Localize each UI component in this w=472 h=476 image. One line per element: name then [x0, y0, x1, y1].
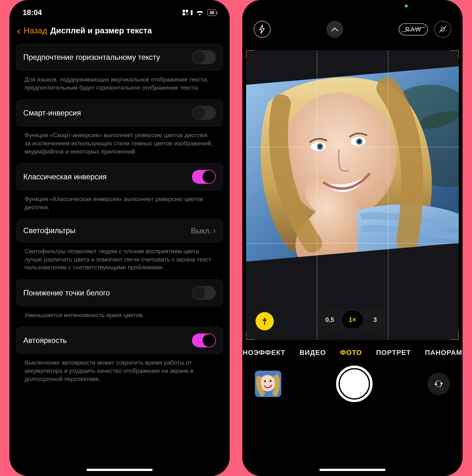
chevron-right-icon: › [213, 226, 216, 236]
frame-corner-icon [246, 332, 254, 340]
shutter-button[interactable] [336, 366, 373, 402]
flip-camera-button[interactable] [427, 372, 450, 395]
mode-photo[interactable]: ФОТО [340, 349, 362, 357]
row-value: Выкл. [191, 227, 211, 235]
row-label: Светофильтры [23, 226, 76, 236]
row-color-filters[interactable]: Светофильтры Выкл. › [16, 219, 223, 243]
frame-corner-icon [246, 50, 254, 59]
zoom-option-0_5x[interactable]: 0,5 [319, 311, 340, 328]
home-indicator[interactable] [319, 469, 385, 471]
frame-corner-icon [451, 50, 459, 59]
live-photo-button[interactable] [434, 21, 451, 38]
camera-bottom-bar [242, 360, 463, 402]
battery-indicator: 36 [207, 9, 216, 16]
row-footer: Выключение автояркости может сократить в… [16, 354, 223, 390]
zoom-option-1x[interactable]: 1× [342, 311, 363, 328]
toggle-auto-brightness[interactable] [192, 333, 216, 347]
status-indicators: 36 [183, 9, 216, 16]
mode-portrait[interactable]: ПОРТРЕТ [376, 349, 411, 357]
row-footer: Функция «Классическая инверсия» выполняе… [16, 191, 223, 219]
toggle-reduce-white-point[interactable] [192, 286, 216, 300]
camera-viewfinder[interactable]: 0,5 1× 3 [246, 50, 459, 340]
status-time: 18:04 [23, 8, 42, 17]
settings-list: Предпочтение горизонтальному тексту Для … [9, 43, 230, 390]
back-chevron-icon[interactable]: ‹ [17, 25, 20, 36]
last-photo-thumbnail[interactable] [255, 371, 281, 397]
zoom-selector[interactable]: 0,5 1× 3 [317, 309, 387, 330]
camera-screen: RAW [242, 0, 463, 476]
row-footer: Светофильтры позволяют людям с плохим во… [16, 243, 223, 279]
nav-bar: ‹ Назад Дисплей и размер текста [9, 20, 230, 43]
svg-point-16 [270, 380, 272, 382]
toggle-horizontal-text[interactable] [192, 50, 216, 64]
camera-mode-selector[interactable]: КИНОЭФФЕКТ ВИДЕО ФОТО ПОРТРЕТ ПАНОРАМА [242, 340, 463, 360]
frame-corner-icon [451, 332, 459, 340]
row-label: Классическая инверсия [23, 172, 107, 182]
subject-photo [246, 65, 459, 262]
row-footer: Функция «Смарт-инверсия» выполняет ревер… [16, 127, 223, 163]
camera-top-bar: RAW [242, 0, 463, 44]
toggle-smart-inversion[interactable] [192, 106, 216, 120]
row-label: Понижение точки белого [23, 288, 110, 298]
page-title: Дисплей и размер текста [50, 26, 152, 36]
mode-pano[interactable]: ПАНОРАМА [425, 349, 463, 357]
row-label: Автояркость [23, 335, 67, 345]
home-indicator[interactable] [87, 469, 153, 471]
dual-sim-icon [183, 10, 188, 15]
row-reduce-white-point[interactable]: Понижение точки белого [16, 279, 223, 307]
toggle-classic-inversion[interactable] [192, 170, 216, 184]
signal-bar-icon [191, 10, 193, 15]
status-bar: 18:04 36 [9, 0, 230, 20]
raw-label: RAW [405, 26, 422, 33]
settings-screen: 18:04 36 ‹ Назад Дисплей и размер текста… [9, 0, 230, 476]
camera-options-expand-button[interactable] [326, 21, 343, 38]
row-classic-inversion[interactable]: Классическая инверсия [16, 163, 223, 191]
row-footer: Для языков, поддерживающих вертикальное … [16, 71, 223, 99]
row-smart-inversion[interactable]: Смарт-инверсия [16, 99, 223, 127]
svg-point-15 [264, 380, 266, 382]
zoom-option-3x[interactable]: 3 [365, 311, 385, 328]
macro-mode-button[interactable] [256, 312, 274, 330]
row-label: Предпочтение горизонтальному тексту [23, 52, 160, 62]
back-button[interactable]: Назад [24, 26, 47, 36]
flash-button[interactable] [254, 21, 271, 38]
mode-cinematic[interactable]: КИНОЭФФЕКТ [242, 349, 285, 357]
row-horizontal-text-pref[interactable]: Предпочтение горизонтальному тексту [16, 43, 223, 71]
raw-toggle-button[interactable]: RAW [399, 23, 428, 36]
wifi-icon [196, 9, 204, 16]
row-auto-brightness[interactable]: Автояркость [16, 327, 223, 354]
row-label: Смарт-инверсия [23, 108, 81, 118]
row-footer: Уменьшается интенсивность ярких цветов. [16, 307, 223, 327]
camera-active-dot-icon [405, 4, 408, 8]
mode-video[interactable]: ВИДЕО [300, 349, 326, 357]
